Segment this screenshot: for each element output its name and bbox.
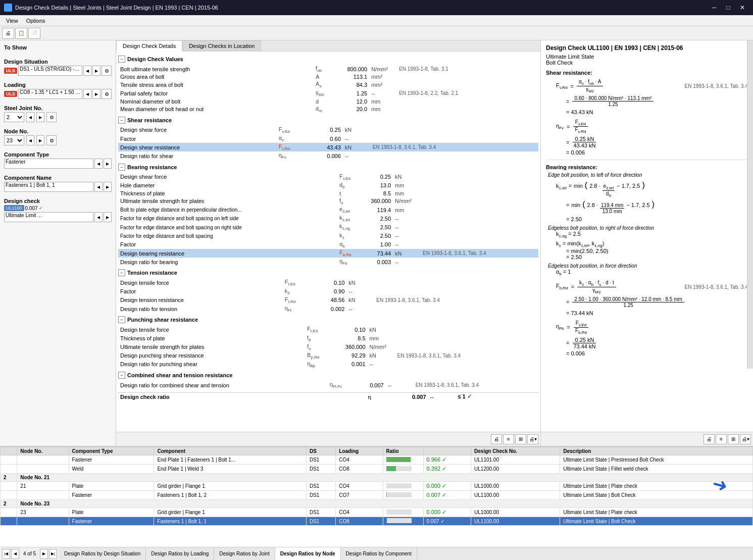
maximize-button[interactable]: □ [722, 3, 735, 13]
node-group-header-21: 2 Node No. 21 [1, 474, 753, 482]
nav-prev-btn[interactable]: ◀ [11, 549, 19, 559]
component-type-select[interactable]: Fastener [4, 159, 93, 169]
check-tool-4[interactable]: 🖨▾ [527, 434, 538, 444]
close-window-button[interactable]: ✕ [736, 3, 749, 13]
ds-next-btn[interactable]: ▶ [92, 66, 101, 76]
col-checkno: Design Check No. [471, 447, 560, 455]
comp-type-next-btn[interactable]: ▶ [104, 159, 112, 169]
comp-type-prev-btn[interactable]: ◀ [94, 159, 103, 169]
right-tool-2[interactable]: ≡ [716, 434, 727, 444]
toolbar-btn-1[interactable]: 🖨 [2, 28, 14, 39]
menu-view[interactable]: View [2, 17, 22, 25]
check-tool-3[interactable]: ⊞ [515, 434, 526, 444]
check-tool-1[interactable]: 🖨 [491, 434, 502, 444]
table-row: Nominal diameter of bolt d 12.0 mm [118, 98, 538, 105]
node-prev-btn[interactable]: ◀ [26, 135, 34, 145]
right-tool-4[interactable]: 🖨▾ [740, 434, 751, 444]
check-tool-2[interactable]: ≡ [503, 434, 514, 444]
table-row: Partial safety factor γM2 1.25 -- EN 199… [118, 89, 538, 97]
punching-expand[interactable]: − [118, 316, 125, 323]
bottom-table: Node No. Component Type Component DS Loa… [0, 447, 753, 526]
bearing-expand[interactable]: − [118, 164, 125, 171]
joint-no-select[interactable]: 2 [4, 112, 24, 122]
combined-header: − Combined shear and tension resistance [118, 372, 538, 379]
table-row: Design tension resistance Ft,Rd 48.56 kN… [118, 296, 538, 304]
joint-action-btn[interactable]: ⚙ [46, 112, 57, 122]
dc-type-select[interactable]: Ultimate Limit ... [4, 212, 93, 222]
nav-last-btn[interactable]: ▶| [49, 549, 57, 559]
right-tool-1[interactable]: 🖨 [704, 434, 715, 444]
table-row: Bolt ultimate tensile strength fub 800.0… [118, 65, 538, 73]
tab-by-joint[interactable]: Design Ratios by Joint [214, 547, 275, 561]
ds-prev-btn[interactable]: ◀ [83, 66, 91, 76]
combined-expand[interactable]: − [118, 372, 125, 379]
check-values-expand[interactable]: − [118, 56, 125, 63]
toolbar-btn-2[interactable]: 📋 [15, 28, 27, 39]
component-type-label: Component Type [4, 151, 112, 158]
component-name-select[interactable]: Fasteners 1 | Bolt 1, 1 [4, 182, 93, 192]
table-row: Factor for edge distance and bolt spacin… [118, 214, 538, 223]
tab-check-details[interactable]: Design Check Details [116, 40, 182, 52]
co-prev-btn[interactable]: ◀ [83, 89, 91, 99]
right-scrollbar[interactable] [747, 40, 753, 369]
comp-name-next-btn[interactable]: ▶ [104, 182, 112, 192]
node-no-select[interactable]: 23 [4, 135, 24, 145]
shear-expand[interactable]: − [118, 117, 125, 124]
toolbar-btn-3[interactable]: 📄 [28, 28, 40, 39]
joint-prev-btn[interactable]: ◀ [26, 112, 34, 122]
tab-by-node[interactable]: Design Ratios by Node [275, 547, 341, 561]
dc-prev-btn[interactable]: ◀ [94, 212, 103, 222]
table-row-selected[interactable]: Fastener Fasteners 1 | Bolt 1, 1 DS1 CO8… [1, 517, 753, 526]
co-select[interactable]: CO8 - 1.35 * LC1 + 1.50 * LC4 [18, 89, 82, 99]
punching-title: Punching shear resistance [127, 317, 198, 323]
table-row: Design punching shear resistance Bp,Rd 9… [118, 351, 538, 360]
dc-ratio-val: 0.007 [25, 206, 38, 211]
dc-next-btn[interactable]: ▶ [104, 212, 112, 222]
center-panel: Design Check Details Design Checks in Lo… [116, 40, 541, 446]
table-row: Design ratio for shear ηFv 0.006 -- [118, 151, 538, 160]
table-row: 21 Plate Grid girder | Flange 1 DS1 CO4 … [1, 482, 753, 491]
combined-table: Design ratio for combined shear and tens… [118, 381, 538, 389]
node-action-btn[interactable]: ⚙ [46, 135, 57, 145]
dc-status: ✓ [39, 206, 43, 211]
comp-name-prev-btn[interactable]: ◀ [94, 182, 103, 192]
design-check-ratio-table: Design check ratio η 0.007 -- ≤ 1 ✓ [118, 392, 538, 400]
col-ratio2 [423, 447, 471, 455]
table-row: Fastener Fasteners 1 | Bolt 1, 2 DS1 CO7… [1, 491, 753, 500]
co-action-btn[interactable]: ⚙ [102, 89, 112, 99]
node-next-btn[interactable]: ▶ [36, 135, 44, 145]
right-tool-3[interactable]: ⊞ [728, 434, 739, 444]
node-no-label: Node No. [4, 128, 112, 134]
table-row: Mean diameter of bolt head or nut dm 20.… [118, 105, 538, 114]
table-row: Factor αv 0.60 -- [118, 134, 538, 143]
table-row: Tensile stress area of bolt As 84.3 mm² [118, 80, 538, 89]
minimize-button[interactable]: ─ [708, 3, 721, 13]
tab-by-component[interactable]: Design Ratios by Component [341, 547, 417, 561]
col-loading: Loading [336, 447, 383, 455]
tab-by-design-situation[interactable]: Design Ratios by Design Situation [59, 547, 146, 561]
tab-checks-location[interactable]: Design Checks in Location [182, 40, 261, 51]
to-show-label: To Show [4, 44, 112, 50]
co-next-btn[interactable]: ▶ [92, 89, 101, 99]
check-values-title: Design Check Values [127, 56, 183, 62]
nav-next-btn[interactable]: ▶ [40, 549, 48, 559]
table-row: Thickness of plate t 8.5 mm [118, 190, 538, 197]
nav-first-btn[interactable]: |◀ [2, 549, 10, 559]
col-node: Node No. [17, 447, 69, 455]
menu-options[interactable]: Options [22, 17, 49, 25]
right-check-type: Bolt Check [546, 60, 748, 66]
tension-expand[interactable]: − [118, 269, 125, 276]
tab-by-loading[interactable]: Design Ratios by Loading [146, 547, 214, 561]
table-row: Factor for edge distance and bolt spacin… [118, 223, 538, 231]
tension-title: Tension resistance [127, 270, 177, 276]
ds-select[interactable]: DS1 - ULS (STR/GEO) - Perm... [18, 66, 82, 76]
ds-action-btn[interactable]: ⚙ [102, 66, 112, 76]
table-row: Factor for edge distance and bolt spacin… [118, 232, 538, 240]
tabs-bar: Design Check Details Design Checks in Lo… [116, 40, 540, 52]
col-joint [1, 447, 17, 455]
bearing-table: Design shear force Fv,Ed 0.25 kN Hole di… [118, 173, 538, 267]
joint-next-btn[interactable]: ▶ [36, 112, 44, 122]
col-component: Component [154, 447, 306, 455]
table-row: Design shear force Fv,Ed 0.25 kN [118, 126, 538, 134]
col-ds: DS [306, 447, 335, 455]
